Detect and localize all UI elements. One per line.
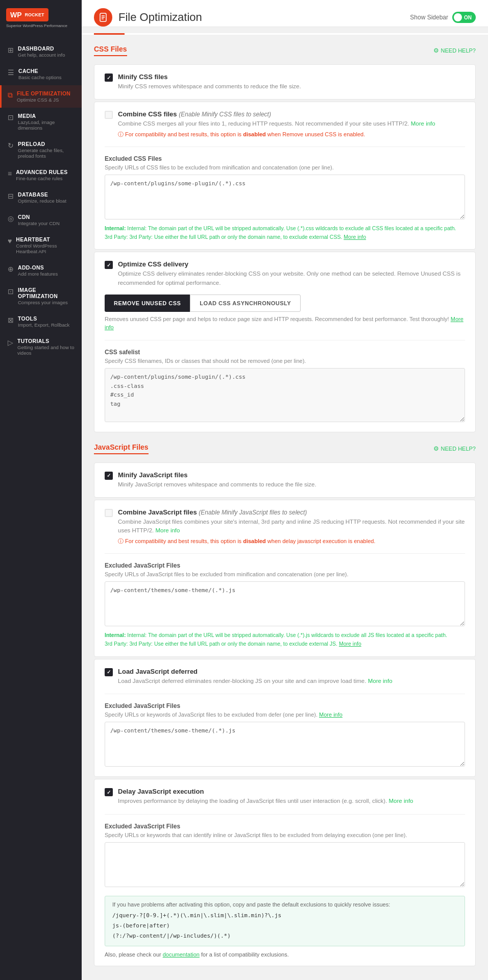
default-exclusions-notice-text: If you have problems after activating th… <box>112 901 457 908</box>
load-deferred-more-info[interactable]: More info <box>368 678 393 684</box>
excluded-js-help: Internal: Internal: The domain part of t… <box>105 631 465 648</box>
optimize-css-delivery-checkbox[interactable] <box>105 261 113 269</box>
combine-js-desc: Combine JavaScript files combines your s… <box>118 518 465 535</box>
logo-rocket-text-block: ROCKET <box>25 12 44 18</box>
remove-unused-desc: Removes unused CSS per page and helps to… <box>105 315 465 332</box>
excluded-css-subsection: Excluded CSS Files Specify URLs of CSS f… <box>105 146 465 241</box>
documentation-link[interactable]: documentation <box>163 951 200 958</box>
sidebar-item-preload[interactable]: ↻ PRELOAD Generate cache files, preload … <box>0 136 82 164</box>
excluded-css-label: Excluded CSS Files <box>105 155 465 162</box>
js-info-icon: ⓘ <box>118 538 124 544</box>
sidebar: WP ROCKET Superior WordPress Performance… <box>0 0 82 980</box>
sidebar-item-media[interactable]: ⊡ MEDIA LazyLoad, image dimensions <box>0 108 82 136</box>
optimize-css-delivery-desc: Optimize CSS delivery eliminates render-… <box>118 270 465 287</box>
excluded-css-help: Internal: Internal: The domain part of t… <box>105 224 465 241</box>
tutorials-icon: ▷ <box>8 338 13 347</box>
excluded-delay-label: Excluded JavaScript Files <box>105 823 465 830</box>
excluded-delay-desc: Specify URLs or keywords that can identi… <box>105 832 465 838</box>
excluded-defer-subsection: Excluded JavaScript Files Specify URLs o… <box>105 694 465 768</box>
css-delivery-btn-group: REMOVE UNUSED CSS LOAD CSS ASYNCHRONOUSL… <box>105 295 465 312</box>
save-bar: SAVE CHANGES <box>82 977 488 980</box>
css-safelist-label: CSS safelist <box>105 349 465 356</box>
excluded-css-desc: Specify URLs of CSS files to be excluded… <box>105 164 465 170</box>
logo: WP ROCKET <box>6 8 48 21</box>
load-js-deferred-checkbox[interactable] <box>105 668 113 676</box>
also-check-text: Also, please check our documentation for… <box>105 951 465 958</box>
remove-unused-css-button[interactable]: REMOVE UNUSED CSS <box>105 295 190 312</box>
delay-js-more-info[interactable]: More info <box>389 798 413 804</box>
minify-css-label: Minify CSS files <box>118 73 301 81</box>
sidebar-item-cache[interactable]: ☰ CACHE Basic cache options <box>0 63 82 85</box>
css-safelist-desc: Specify CSS filenames, IDs or classes th… <box>105 358 465 364</box>
excluded-defer-label: Excluded JavaScript Files <box>105 702 465 709</box>
info-circle-icon: ⓘ <box>118 131 124 137</box>
combine-css-checkbox[interactable] <box>105 111 113 119</box>
combine-css-more-info[interactable]: More info <box>411 120 435 127</box>
toggle-circle <box>454 13 462 21</box>
excluded-js-label: Excluded JavaScript Files <box>105 562 465 569</box>
image-optimization-icon: ⊡ <box>8 287 14 296</box>
excluded-defer-more-info[interactable]: More info <box>319 712 343 718</box>
sidebar-item-addons[interactable]: ⊕ ADD-ONS Add more features <box>0 259 82 282</box>
js-need-help[interactable]: ⚙ NEED HELP? <box>433 445 476 452</box>
heartbeat-icon: ♥ <box>8 237 12 245</box>
sidebar-nav: ⊞ DASHBOARD Get help, account info ☰ CAC… <box>0 36 82 980</box>
minify-js-checkbox[interactable] <box>105 472 113 480</box>
css-need-help[interactable]: ⚙ NEED HELP? <box>433 47 476 54</box>
combine-css-label: Combine CSS files (Enable Minify CSS fil… <box>118 110 435 118</box>
cdn-icon: ◎ <box>8 214 14 223</box>
show-sidebar-label: Show Sidebar <box>410 14 448 21</box>
load-js-deferred-card: Load JavaScript deferred Load JavaScript… <box>94 659 476 777</box>
excluded-defer-desc: Specify URLs or keywords of JavaScript f… <box>105 712 465 718</box>
sidebar-item-advanced-rules[interactable]: ≡ ADVANCED RULES Fine-tune cache rules <box>0 164 82 186</box>
css-section-title: CSS Files <box>94 45 127 56</box>
minify-js-desc: Minify JavaScript removes whitespace and… <box>118 480 316 489</box>
default-exclusions-notice: If you have problems after activating th… <box>105 896 465 946</box>
page-icon <box>94 8 112 27</box>
js-section-header: JavaScript Files ⚙ NEED HELP? <box>94 443 476 454</box>
delay-js-checkbox[interactable] <box>105 788 113 796</box>
css-safelist-textarea[interactable] <box>105 368 465 422</box>
sidebar-item-tutorials[interactable]: ▷ TUTORIALS Getting started and how to v… <box>0 333 82 361</box>
combine-css-warning: ⓘ For compatibility and best results, th… <box>118 131 435 138</box>
sidebar-item-image-optimization[interactable]: ⊡ IMAGE OPTIMIZATION Compress your image… <box>0 282 82 310</box>
css-safelist-subsection: CSS safelist Specify CSS filenames, IDs … <box>105 340 465 424</box>
optimize-css-delivery-card: Optimize CSS delivery Optimize CSS deliv… <box>94 252 476 432</box>
excluded-css-more-info[interactable]: More info <box>344 234 366 240</box>
excluded-css-textarea[interactable] <box>105 175 465 219</box>
sidebar-item-file-optimization[interactable]: ⧉ FILE OPTIMIZATION Optimize CSS & JS <box>0 85 82 108</box>
excluded-js-more-info[interactable]: More info <box>339 641 361 647</box>
excluded-js-desc: Specify URLs of JavaScript files to be e… <box>105 571 465 577</box>
js-section-title: JavaScript Files <box>94 443 149 454</box>
excluded-js-textarea[interactable] <box>105 581 465 626</box>
sidebar-item-heartbeat[interactable]: ♥ HEARTBEAT Control WordPress Heartbeat … <box>0 231 82 259</box>
minify-css-desc: Minify CSS removes whitespace and commen… <box>118 82 301 91</box>
logo-area: WP ROCKET Superior WordPress Performance <box>0 0 82 36</box>
combine-js-label: Combine JavaScript files (Enable Minify … <box>118 508 465 516</box>
sidebar-item-database[interactable]: ⊟ DATABASE Optimize, reduce bloat <box>0 186 82 209</box>
excluded-delay-textarea[interactable] <box>105 842 465 887</box>
load-css-async-button[interactable]: LOAD CSS ASYNCHRONOUSLY <box>190 295 301 312</box>
page-title: File Optimization <box>118 11 202 24</box>
optimize-css-delivery-label: Optimize CSS delivery <box>118 260 465 268</box>
show-sidebar-toggle[interactable]: ON <box>452 12 476 23</box>
js-help-icon: ⚙ <box>433 445 439 452</box>
combine-css-desc: Combine CSS merges all your files into 1… <box>118 119 435 128</box>
addons-icon: ⊕ <box>8 265 14 273</box>
sidebar-item-cdn[interactable]: ◎ CDN Integrate your CDN <box>0 209 82 231</box>
content-area: CSS Files ⚙ NEED HELP? Minify CSS files … <box>82 35 488 977</box>
main-content: File Optimization Show Sidebar ON CSS Fi… <box>82 0 488 980</box>
minify-css-checkbox[interactable] <box>105 74 113 82</box>
minify-js-card: Minify JavaScript files Minify JavaScrip… <box>94 462 476 498</box>
combine-js-more-info[interactable]: More info <box>156 527 180 533</box>
database-icon: ⊟ <box>8 192 14 200</box>
sidebar-item-dashboard[interactable]: ⊞ DASHBOARD Get help, account info <box>0 40 82 63</box>
combine-js-checkbox[interactable] <box>105 509 113 517</box>
minify-css-card: Minify CSS files Minify CSS removes whit… <box>94 64 476 100</box>
css-section-header: CSS Files ⚙ NEED HELP? <box>94 45 476 56</box>
excluded-defer-textarea[interactable] <box>105 722 465 767</box>
default-exclusions-code: /jquery-?[0-9.]+(.*)(\.min|\.slim|\.slim… <box>112 911 457 941</box>
page-header: File Optimization Show Sidebar ON <box>82 0 488 27</box>
sidebar-item-tools[interactable]: ⊠ TOOLS Import, Export, Rollback <box>0 310 82 333</box>
excluded-delay-subsection: Excluded JavaScript Files Specify URLs o… <box>105 814 465 889</box>
